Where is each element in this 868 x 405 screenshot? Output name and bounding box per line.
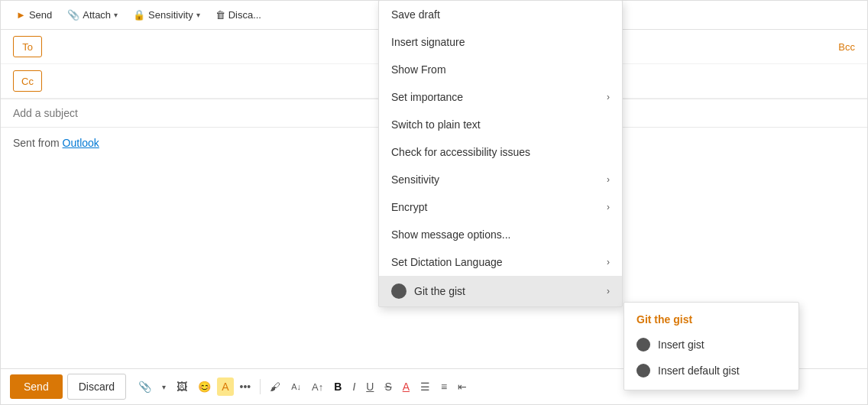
sensitivity-chevron-icon: ›	[607, 174, 610, 185]
git-the-gist-chevron-icon: ›	[607, 286, 610, 296]
underline-button[interactable]: U	[361, 377, 378, 396]
outlook-link[interactable]: Outlook	[63, 137, 99, 149]
send-toolbar-button[interactable]: ► Send	[10, 5, 58, 24]
submenu-insert-gist[interactable]: Insert gist	[624, 332, 798, 358]
attach-icon: 📎	[67, 9, 79, 21]
gist-dot-icon	[391, 284, 406, 299]
menu-item-insert-signature[interactable]: Insert signature	[379, 28, 622, 56]
menu-item-encrypt[interactable]: Encrypt ›	[379, 193, 622, 221]
bcc-link[interactable]: Bcc	[838, 41, 855, 53]
submenu-insert-gist-label: Insert gist	[658, 339, 704, 351]
attach-button[interactable]: 📎 Attach ▾	[61, 5, 124, 24]
menu-item-accessibility[interactable]: Check for accessibility issues	[379, 138, 622, 166]
font-color-button[interactable]: A	[398, 377, 414, 396]
numbering-button[interactable]: ≡	[436, 377, 452, 396]
menu-item-set-importance-label: Set importance	[391, 91, 463, 103]
menu-item-sensitivity-label: Sensitivity	[391, 173, 439, 186]
cc-label: Cc	[13, 70, 42, 92]
menu-item-git-the-gist-label: Git the gist	[414, 285, 465, 297]
menu-item-show-from[interactable]: Show From	[379, 56, 622, 83]
to-label: To	[13, 36, 42, 57]
sent-from-prefix: Sent from	[13, 137, 63, 149]
bullets-button[interactable]: ☰	[416, 377, 435, 396]
sensitivity-icon: 🔒	[133, 9, 145, 21]
discard-toolbar-label: Disca...	[228, 9, 261, 21]
menu-item-save-draft-label: Save draft	[391, 8, 440, 21]
submenu-title: Git the gist	[624, 309, 798, 332]
menu-item-switch-plain-text[interactable]: Switch to plain text	[379, 111, 622, 138]
attach-label: Attach	[83, 9, 111, 21]
encrypt-chevron-icon: ›	[607, 202, 610, 212]
menu-item-encrypt-label: Encrypt	[391, 201, 427, 213]
send-button[interactable]: Send	[10, 374, 63, 399]
discard-button[interactable]: Discard	[67, 374, 126, 400]
indent-button[interactable]: ⇤	[453, 377, 471, 396]
menu-item-accessibility-label: Check for accessibility issues	[391, 146, 530, 158]
menu-item-save-draft[interactable]: Save draft	[379, 1, 622, 28]
menu-item-insert-signature-label: Insert signature	[391, 36, 465, 48]
set-importance-chevron-icon: ›	[607, 92, 610, 102]
discard-icon: 🗑	[215, 9, 225, 21]
dictation-chevron-icon: ›	[607, 257, 610, 267]
git-the-gist-item-content: Git the gist	[391, 284, 465, 299]
menu-item-dictation-language-label: Set Dictation Language	[391, 256, 503, 268]
sensitivity-label: Sensitivity	[148, 9, 193, 21]
more-options-button[interactable]: •••	[235, 377, 256, 396]
emoji-button[interactable]: 😊	[193, 377, 215, 396]
discard-toolbar-button[interactable]: 🗑 Disca...	[209, 5, 267, 24]
sensitivity-chevron-icon: ▾	[196, 11, 200, 19]
menu-item-switch-plain-text-label: Switch to plain text	[391, 118, 481, 131]
insert-gist-dot-icon	[636, 338, 650, 352]
highlight-text-button[interactable]: A	[217, 377, 233, 396]
sensitivity-button[interactable]: 🔒 Sensitivity ▾	[127, 5, 206, 24]
menu-item-set-importance[interactable]: Set importance ›	[379, 83, 622, 111]
strikethrough-button[interactable]: S	[380, 377, 396, 396]
menu-item-sensitivity[interactable]: Sensitivity ›	[379, 166, 622, 193]
menu-item-show-message-options[interactable]: Show message options...	[379, 221, 622, 248]
separator	[260, 379, 261, 394]
menu-item-show-message-options-label: Show message options...	[391, 228, 510, 241]
image-button[interactable]: 🖼	[172, 377, 192, 396]
bold-button[interactable]: B	[329, 377, 346, 396]
gist-submenu: Git the gist Insert gist Insert default …	[623, 302, 799, 390]
submenu-insert-default-gist[interactable]: Insert default gist	[624, 358, 798, 384]
menu-item-show-from-label: Show From	[391, 63, 446, 76]
send-toolbar-label: Send	[29, 9, 52, 21]
menu-item-git-the-gist[interactable]: Git the gist ›	[379, 276, 622, 306]
paint-button[interactable]: 🖌	[265, 377, 285, 396]
attach-chevron-icon: ▾	[114, 11, 118, 19]
font-size-up-button[interactable]: A↑	[307, 378, 328, 396]
attach-dropdown-button[interactable]: ▾	[157, 380, 170, 394]
submenu-insert-default-gist-label: Insert default gist	[658, 364, 740, 377]
font-size-down-button[interactable]: A↓	[287, 379, 306, 394]
italic-button[interactable]: I	[348, 377, 360, 396]
dropdown-menu: Save draft Insert signature Show From Se…	[378, 0, 623, 307]
menu-item-dictation-language[interactable]: Set Dictation Language ›	[379, 248, 622, 276]
attach-format-button[interactable]: 📎	[134, 377, 156, 396]
insert-default-gist-dot-icon	[636, 364, 650, 377]
